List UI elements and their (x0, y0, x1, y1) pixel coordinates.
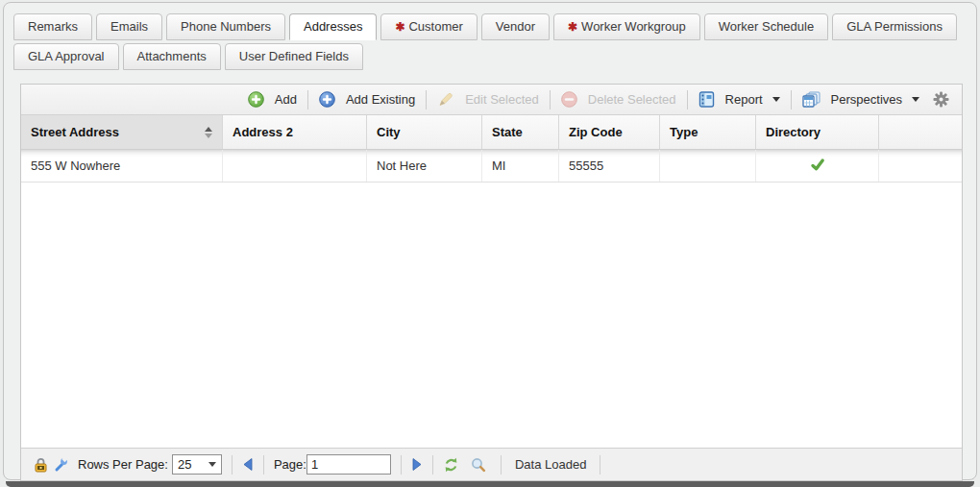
column-header-zip-code[interactable]: Zip Code (559, 115, 660, 149)
tab-label: Phone Numbers (181, 19, 271, 34)
tab-worker-schedule[interactable]: Worker Schedule (704, 13, 828, 40)
edit-selected-button[interactable]: Edit Selected (433, 92, 543, 108)
grid-body: 555 W Nowhere Not Here MI 55555 (21, 150, 962, 448)
tab-attachments[interactable]: Attachments (123, 43, 221, 70)
rows-per-page-label: Rows Per Page: (78, 457, 168, 472)
tab-phone-numbers[interactable]: Phone Numbers (166, 13, 285, 40)
status-text: Data Loaded (515, 457, 586, 472)
report-dropdown-caret-icon (772, 97, 780, 102)
column-label: Address 2 (233, 125, 293, 139)
delete-icon (561, 91, 577, 108)
column-label: Street Address (31, 125, 119, 139)
search-icon[interactable] (471, 457, 486, 473)
tab-row-2: GLA Approval Attachments User Defined Fi… (13, 43, 967, 70)
perspectives-cascade-icon (802, 91, 821, 108)
pencil-icon (437, 92, 454, 108)
sort-icon[interactable] (205, 127, 212, 138)
grid-settings-button[interactable] (933, 91, 954, 108)
tab-label: Worker Workgroup (581, 19, 686, 34)
toolbar-separator (550, 90, 551, 110)
tab-addresses[interactable]: Addresses (289, 13, 377, 40)
add-label: Add (275, 92, 297, 107)
footer-separator (432, 455, 433, 475)
footer-separator (263, 455, 264, 475)
tab-label: Attachments (137, 49, 207, 63)
tab-label: GLA Permissions (846, 19, 943, 34)
report-label: Report (725, 92, 763, 107)
wrench-icon[interactable] (53, 456, 69, 473)
window-frame: Remarks Emails Phone Numbers Addresses ✱… (3, 2, 977, 480)
column-header-empty (879, 115, 962, 149)
perspectives-button[interactable]: Perspectives (798, 91, 923, 108)
tab-worker-workgroup[interactable]: ✱Worker Workgroup (553, 13, 700, 40)
toolbar-separator (307, 90, 308, 110)
delete-selected-button[interactable]: Delete Selected (557, 91, 680, 108)
add-existing-label: Add Existing (346, 92, 415, 107)
grid-footer: Rows Per Page: 25 Page: (21, 448, 962, 480)
column-header-directory[interactable]: Directory (756, 115, 879, 149)
select-caret-icon (208, 462, 216, 467)
column-label: City (377, 125, 401, 139)
cell-empty (879, 150, 962, 182)
tab-label: GLA Approval (28, 49, 105, 63)
column-label: Directory (766, 125, 821, 139)
rows-per-page-value: 25 (178, 457, 191, 472)
addresses-grid-panel: Add Add Existing Edit Selected (20, 84, 963, 481)
tab-row-1: Remarks Emails Phone Numbers Addresses ✱… (13, 13, 967, 40)
cell-state: MI (482, 150, 559, 182)
gear-icon (933, 91, 949, 108)
tab-vendor[interactable]: Vendor (481, 13, 550, 40)
previous-page-button[interactable] (242, 457, 254, 472)
perspectives-label: Perspectives (831, 92, 902, 107)
tab-gla-approval[interactable]: GLA Approval (13, 43, 119, 70)
cell-city: Not Here (367, 150, 482, 182)
report-button[interactable]: Report (695, 91, 784, 108)
cell-address-2 (223, 150, 367, 182)
required-asterisk-icon: ✱ (395, 20, 404, 34)
tab-emails[interactable]: Emails (96, 13, 162, 40)
lock-icon[interactable] (34, 457, 48, 473)
footer-separator (501, 455, 502, 475)
page-label: Page: (274, 457, 306, 472)
tab-label: Emails (110, 19, 148, 34)
window-bottom-bezel (6, 481, 974, 487)
tab-label: Addresses (304, 19, 362, 34)
perspectives-dropdown-caret-icon (912, 97, 919, 102)
page-input[interactable] (306, 454, 391, 475)
footer-separator (232, 455, 233, 475)
tab-label: Vendor (496, 19, 535, 34)
toolbar-separator (687, 90, 688, 110)
tab-user-defined-fields[interactable]: User Defined Fields (225, 43, 363, 70)
add-existing-icon (319, 91, 335, 108)
tab-strip: Remarks Emails Phone Numbers Addresses ✱… (4, 3, 976, 70)
add-existing-button[interactable]: Add Existing (315, 91, 419, 108)
column-header-address-2[interactable]: Address 2 (223, 115, 367, 149)
cell-street-address: 555 W Nowhere (21, 150, 223, 182)
cell-zip-code: 55555 (559, 150, 660, 182)
toolbar-separator (791, 90, 792, 110)
table-row[interactable]: 555 W Nowhere Not Here MI 55555 (21, 150, 962, 183)
add-icon (248, 91, 264, 108)
tab-gla-permissions[interactable]: GLA Permissions (832, 13, 957, 40)
toolbar-separator (426, 90, 427, 110)
tab-label: Customer (408, 19, 462, 34)
grid-header-row: Street Address Address 2 City State Zip … (21, 114, 962, 150)
tab-label: User Defined Fields (239, 49, 349, 63)
tab-customer[interactable]: ✱Customer (380, 13, 477, 40)
column-label: Type (670, 125, 698, 139)
tab-label: Remarks (28, 19, 78, 34)
column-header-street-address[interactable]: Street Address (21, 115, 223, 149)
column-header-city[interactable]: City (367, 115, 482, 149)
required-asterisk-icon: ✱ (568, 20, 577, 34)
next-page-button[interactable] (411, 457, 423, 472)
refresh-icon[interactable] (443, 457, 459, 473)
report-notebook-icon (698, 91, 715, 108)
rows-per-page-select[interactable]: 25 (172, 454, 222, 475)
column-label: State (492, 125, 523, 139)
column-header-type[interactable]: Type (660, 115, 756, 149)
grid-toolbar: Add Add Existing Edit Selected (21, 85, 962, 114)
add-button[interactable]: Add (244, 91, 301, 108)
column-header-state[interactable]: State (482, 115, 559, 149)
tab-label: Worker Schedule (719, 19, 814, 34)
tab-remarks[interactable]: Remarks (13, 13, 92, 40)
